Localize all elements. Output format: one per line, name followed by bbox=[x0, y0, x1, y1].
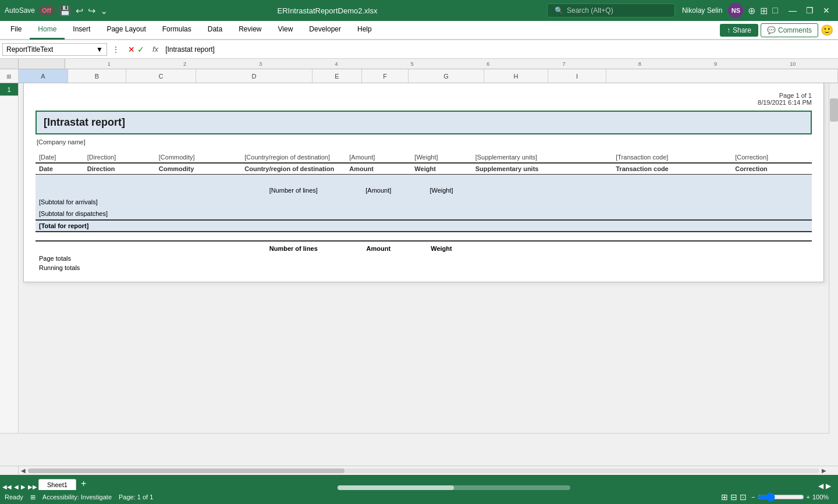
autosave-toggle[interactable]: Off bbox=[38, 6, 55, 15]
tab-data[interactable]: Data bbox=[200, 21, 230, 40]
ruler-mark-4: 4 bbox=[335, 61, 338, 67]
col-header-d[interactable]: D bbox=[196, 69, 313, 83]
h-scroll-right-icon[interactable]: ▶ bbox=[822, 467, 826, 474]
cancel-formula-button[interactable]: ✕ bbox=[128, 45, 135, 54]
add-sheet-button[interactable]: + bbox=[77, 477, 90, 490]
search-input[interactable] bbox=[567, 6, 660, 15]
status-right: ⊞ ⊟ ⊡ − + 100% bbox=[721, 492, 833, 502]
col-direction-ph[interactable]: [Direction] bbox=[84, 152, 155, 163]
normal-view-icon[interactable]: ⊞ bbox=[721, 492, 728, 502]
ribbon: File Home Insert Page Layout Formulas Da… bbox=[0, 21, 838, 40]
col-transaction-actual: Transaction code bbox=[612, 163, 732, 175]
zoom-slider[interactable] bbox=[758, 492, 804, 502]
page-break-icon[interactable]: ⊟ bbox=[730, 492, 737, 502]
present-icon[interactable]: □ bbox=[772, 5, 778, 16]
company-name-cell[interactable]: [Company name] bbox=[35, 137, 812, 147]
col-header-e[interactable]: E bbox=[313, 69, 362, 83]
data-empty-3 bbox=[155, 185, 242, 197]
page-layout-icon[interactable]: ⊡ bbox=[740, 492, 747, 502]
col-transaction-ph[interactable]: [Transaction code] bbox=[612, 152, 732, 163]
share-button[interactable]: ↑ Share bbox=[720, 24, 758, 37]
autosave-section: AutoSave Off bbox=[5, 6, 55, 15]
name-box-chevron[interactable]: ▼ bbox=[96, 45, 103, 54]
report-title-cell[interactable]: [Intrastat report] bbox=[35, 111, 812, 134]
cell-mode-icon[interactable]: ⊞ bbox=[30, 494, 35, 501]
avatar[interactable]: NS bbox=[728, 3, 743, 18]
subtotal-arrivals-cell: [Subtotal for arrivals] bbox=[35, 197, 812, 208]
sheet-next-icon[interactable]: ▶ bbox=[21, 484, 26, 490]
company-name-text: [Company name] bbox=[37, 139, 86, 145]
data-empty-1 bbox=[35, 185, 84, 197]
tab-page-layout[interactable]: Page Layout bbox=[98, 21, 154, 40]
h-scroll-left-icon[interactable]: ◀ bbox=[21, 467, 26, 474]
col-commodity-ph[interactable]: [Commodity] bbox=[155, 152, 242, 163]
save-icon[interactable]: 💾 bbox=[59, 5, 71, 16]
tab-formulas[interactable]: Formulas bbox=[154, 21, 200, 40]
col-weight-ph[interactable]: [Weight] bbox=[411, 152, 471, 163]
bottom-scrollbar[interactable] bbox=[338, 485, 570, 490]
v-scrollbar-area[interactable] bbox=[829, 83, 838, 96]
tab-file[interactable]: File bbox=[2, 21, 30, 40]
col-header-more[interactable] bbox=[606, 69, 838, 83]
customize-icon[interactable]: ⌄ bbox=[100, 5, 108, 16]
sheet-last-icon[interactable]: ▶▶ bbox=[28, 484, 37, 490]
h-scrollbar-thumb[interactable] bbox=[28, 468, 345, 473]
col-date-ph[interactable]: [Date] bbox=[35, 152, 84, 163]
bottom-scroll-thumb[interactable] bbox=[338, 485, 454, 490]
tab-review[interactable]: Review bbox=[230, 21, 269, 40]
row-num-1[interactable]: 1 bbox=[0, 83, 19, 96]
comments-button[interactable]: 💬 Comments bbox=[761, 23, 818, 37]
redo-icon[interactable]: ↪ bbox=[88, 5, 95, 16]
row-num-empty[interactable] bbox=[0, 96, 19, 434]
sheet-prev-icon[interactable]: ◀ bbox=[14, 484, 19, 490]
table-row: 1 Page 1 of 1 8/19/2021 6:14 PM bbox=[0, 83, 838, 96]
ribbon-icon[interactable]: ⊞ bbox=[760, 5, 768, 16]
v-scrollbar-thumb[interactable] bbox=[830, 98, 838, 122]
undo-icon[interactable]: ↩ bbox=[76, 5, 83, 16]
grid-scroll[interactable]: 1 Page 1 of 1 8/19/2021 6:14 PM bbox=[0, 83, 838, 466]
col-header-h[interactable]: H bbox=[484, 69, 548, 83]
sheet-tab-sheet1[interactable]: Sheet1 bbox=[38, 479, 76, 490]
ready-status: Ready bbox=[5, 494, 23, 501]
summary-weight: Weight bbox=[411, 241, 471, 254]
col-header-c[interactable]: C bbox=[126, 69, 196, 83]
col-weight-actual: Weight bbox=[411, 163, 471, 175]
h-scrollbar-track[interactable] bbox=[28, 468, 819, 473]
scroll-left-arrow[interactable]: ◀ bbox=[818, 482, 823, 490]
col-amount-ph[interactable]: [Amount] bbox=[346, 152, 411, 163]
minimize-button[interactable]: — bbox=[785, 5, 800, 16]
col-header-i[interactable]: I bbox=[548, 69, 606, 83]
data-empty-4 bbox=[472, 185, 613, 197]
col-correction-ph[interactable]: [Correction] bbox=[732, 152, 812, 163]
confirm-formula-button[interactable]: ✓ bbox=[137, 45, 144, 54]
zoom-in-icon[interactable]: + bbox=[807, 494, 810, 501]
tab-help[interactable]: Help bbox=[349, 21, 380, 40]
window-controls: — ❐ ✕ bbox=[785, 5, 833, 16]
column-options-icon[interactable]: ⋮ bbox=[109, 45, 122, 54]
sheet-first-icon[interactable]: ◀◀ bbox=[2, 484, 12, 490]
col-header-f[interactable]: F bbox=[362, 69, 409, 83]
zoom-out-icon[interactable]: − bbox=[751, 494, 755, 501]
col-header-b[interactable]: B bbox=[68, 69, 126, 83]
ruler-mark-7: 7 bbox=[562, 61, 565, 67]
name-box[interactable]: ReportTitleText ▼ bbox=[2, 43, 107, 56]
accessibility-text[interactable]: Accessibility: Investigate bbox=[42, 494, 112, 501]
tab-insert[interactable]: Insert bbox=[65, 21, 98, 40]
col-supp-ph[interactable]: [Supplementary units] bbox=[472, 152, 613, 163]
formula-input[interactable] bbox=[163, 45, 836, 54]
col-country-ph[interactable]: [Country/region of destination] bbox=[241, 152, 346, 163]
tab-home[interactable]: Home bbox=[30, 21, 65, 40]
page-info-text: Page: 1 of 1 bbox=[119, 494, 153, 501]
help-icon[interactable]: ⊕ bbox=[748, 5, 755, 16]
close-button[interactable]: ✕ bbox=[819, 5, 833, 16]
scroll-right-arrow[interactable]: ▶ bbox=[826, 482, 831, 490]
ruler-mark-5: 5 bbox=[411, 61, 414, 67]
table-row: Page totals bbox=[35, 254, 812, 263]
emoji-icon[interactable]: 🙂 bbox=[821, 24, 833, 37]
restore-button[interactable]: ❐ bbox=[803, 5, 817, 16]
tab-developer[interactable]: Developer bbox=[301, 21, 349, 40]
zoom-percent[interactable]: 100% bbox=[812, 494, 833, 501]
tab-view[interactable]: View bbox=[270, 21, 301, 40]
col-header-a[interactable]: A bbox=[19, 69, 68, 83]
col-header-g[interactable]: G bbox=[409, 69, 484, 83]
